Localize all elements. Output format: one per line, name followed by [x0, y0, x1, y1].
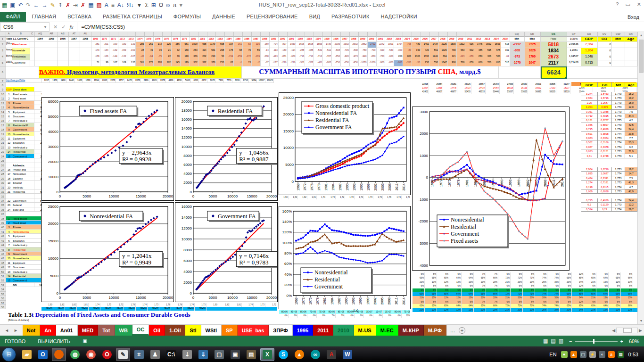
- outlook-icon[interactable]: O: [36, 348, 50, 361]
- tiny-value[interactable]: 13%: [621, 308, 633, 312]
- tiny-value[interactable]: 64%: [462, 276, 474, 280]
- left-label-num[interactable]: 5: [6, 110, 12, 114]
- tiny-value[interactable]: 6%: [584, 284, 596, 288]
- excel-logo-icon[interactable]: ▦: [2, 2, 7, 8]
- tiny-value[interactable]: 6%: [425, 300, 437, 304]
- row-note[interactable]: Annual: [6, 48, 12, 54]
- row-number[interactable]: 4: [0, 54, 6, 60]
- year-cell[interactable]: 1987: [252, 37, 261, 42]
- value-cell[interactable]: 109: [118, 60, 127, 66]
- hscroll-thumb[interactable]: [623, 328, 632, 333]
- col-header-year[interactable]: [394, 32, 403, 37]
- value-cell[interactable]: -161: [234, 42, 243, 48]
- tiny-value[interactable]: 71%: [523, 304, 535, 308]
- value-cell[interactable]: -132: [118, 54, 127, 60]
- col-header-year[interactable]: [296, 32, 305, 37]
- tiny-value[interactable]: 74%: [547, 292, 560, 296]
- tiny-value[interactable]: 65%: [474, 276, 486, 280]
- tiny-value[interactable]: 85%: [572, 292, 584, 296]
- left-label-text[interactable]: Residential: [12, 149, 34, 154]
- value-cell[interactable]: 32: [172, 48, 181, 54]
- tiny-value[interactable]: 8E+06: [326, 310, 336, 314]
- ct-cell[interactable]: 0,71438: [567, 60, 581, 66]
- value-cell[interactable]: 1593: [492, 42, 501, 48]
- power-icon[interactable]: ⚡: [589, 351, 596, 358]
- tiny-value[interactable]: 21%: [584, 308, 596, 312]
- tiny-value[interactable]: 7E+06: [402, 310, 410, 314]
- right-table-cell[interactable]: 1,773: [612, 181, 625, 185]
- value-cell[interactable]: 28: [136, 48, 145, 54]
- value-cell[interactable]: -169: [252, 54, 261, 60]
- year-cell[interactable]: 2003: [394, 37, 403, 42]
- left-label-text[interactable]: Residentia: [12, 189, 34, 194]
- qat-more-icon[interactable]: ▾: [180, 2, 182, 8]
- robot-icon[interactable]: ♟: [148, 348, 162, 361]
- value-cell[interactable]: -787: [323, 54, 332, 60]
- value-cell[interactable]: 256: [172, 42, 181, 48]
- left-label-num[interactable]: 19: [6, 181, 12, 185]
- value-cell[interactable]: 675: [492, 48, 501, 54]
- year-cell[interactable]: 1975: [145, 37, 154, 42]
- tiny-value[interactable]: 8036: [232, 79, 241, 83]
- value-cell[interactable]: -159: [118, 48, 127, 54]
- sheet-tab-2011[interactable]: 2011: [313, 325, 333, 336]
- right-table-cell[interactable]: 1,775: [612, 118, 625, 123]
- col-header-CX[interactable]: CX: [625, 32, 637, 37]
- tiny-value[interactable]: 74%: [547, 276, 560, 280]
- tiny-value[interactable]: 13%: [425, 296, 437, 300]
- value-cell[interactable]: -1070: [359, 60, 368, 66]
- value-cell[interactable]: 1312: [457, 42, 466, 48]
- min-cell[interactable]: -973: [510, 54, 525, 60]
- tiny-value[interactable]: 1,74: [183, 303, 195, 307]
- left-label-num[interactable]: 7: [6, 118, 12, 123]
- col-header-CW[interactable]: CW: [612, 32, 625, 37]
- year-cell[interactable]: 1997: [341, 37, 350, 42]
- right-table-cell[interactable]: 39,7: [625, 207, 637, 212]
- blank-cell[interactable]: [499, 66, 541, 79]
- tiny-value[interactable]: 4938: [174, 79, 183, 83]
- ct-cell[interactable]: 1,2061: [567, 48, 581, 54]
- tiny-value[interactable]: 13%: [462, 308, 474, 312]
- stat-header-mlt[interactable]: Mlt: [612, 37, 625, 42]
- tiny-value[interactable]: 6%: [289, 314, 298, 318]
- right-table-cell[interactable]: 0,691: [581, 132, 598, 136]
- right-table-cell[interactable]: 0,4015: [598, 114, 612, 118]
- tiny-value[interactable]: 6%: [413, 284, 425, 288]
- tiny-value[interactable]: 6%: [584, 300, 596, 304]
- tiny-value[interactable]: 65%: [425, 276, 437, 280]
- left-label-num[interactable]: 3: [6, 101, 12, 105]
- year-cell[interactable]: 2000: [368, 37, 377, 42]
- right-table-cell[interactable]: 0,0737: [598, 118, 612, 123]
- tiny-value[interactable]: 1994: [91, 79, 100, 83]
- tiny-value[interactable]: 21%: [413, 280, 425, 284]
- row-number[interactable]: 47: [0, 256, 6, 260]
- year-cell[interactable]: 1973: [127, 37, 136, 42]
- hscroll-right-icon[interactable]: ▶: [639, 328, 642, 333]
- left-label-value[interactable]: [34, 158, 41, 163]
- tiny-value[interactable]: 6%: [498, 284, 511, 288]
- left-label-value[interactable]: 224,9: [34, 110, 41, 114]
- tiny-value[interactable]: 74%: [547, 304, 560, 308]
- left-label-text[interactable]: Federal: [12, 203, 34, 207]
- tiny-value[interactable]: 71%: [523, 276, 535, 280]
- tiny-value[interactable]: 34%: [572, 296, 584, 300]
- tiny-value[interactable]: 13%: [621, 280, 633, 284]
- left-label-text[interactable]: Intellectual p: [12, 118, 34, 123]
- max-cell[interactable]: 1026: [525, 48, 541, 54]
- year-cell[interactable]: 1999: [359, 37, 368, 42]
- tiny-value[interactable]: 6%: [383, 314, 392, 318]
- avast-icon[interactable]: a: [608, 351, 615, 358]
- ribbon-tab-разметка страницы[interactable]: РАЗМЕТКА СТРАНИЦЫ: [97, 12, 168, 22]
- tiny-value[interactable]: 7E+06: [317, 310, 326, 314]
- blank-cell[interactable]: [35, 48, 46, 54]
- blank-cell[interactable]: [69, 48, 80, 54]
- blank-cell[interactable]: [567, 66, 644, 79]
- tiny-value[interactable]: 1E+07: [373, 310, 383, 314]
- tiny-value[interactable]: 30895: [542, 82, 556, 86]
- row-number[interactable]: 39: [0, 221, 6, 225]
- filter-icon[interactable]: ▼: [137, 2, 142, 8]
- selected-cell-cs6[interactable]: 6624: [541, 66, 567, 79]
- year-cell[interactable]: 1983: [216, 37, 225, 42]
- right-table-cell[interactable]: 1,773: [612, 203, 625, 207]
- row-number[interactable]: 23: [0, 149, 6, 154]
